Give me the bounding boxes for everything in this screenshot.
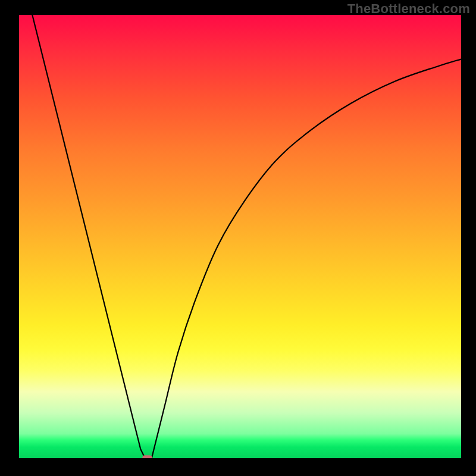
- plot-area: [19, 15, 461, 458]
- curve-overlay: [19, 15, 461, 458]
- curve-right-branch: [152, 60, 461, 459]
- watermark-text: TheBottleneck.com: [347, 1, 470, 17]
- curve-left-branch: [32, 15, 145, 458]
- vertex-marker: [142, 455, 152, 458]
- chart-frame: TheBottleneck.com: [0, 0, 476, 476]
